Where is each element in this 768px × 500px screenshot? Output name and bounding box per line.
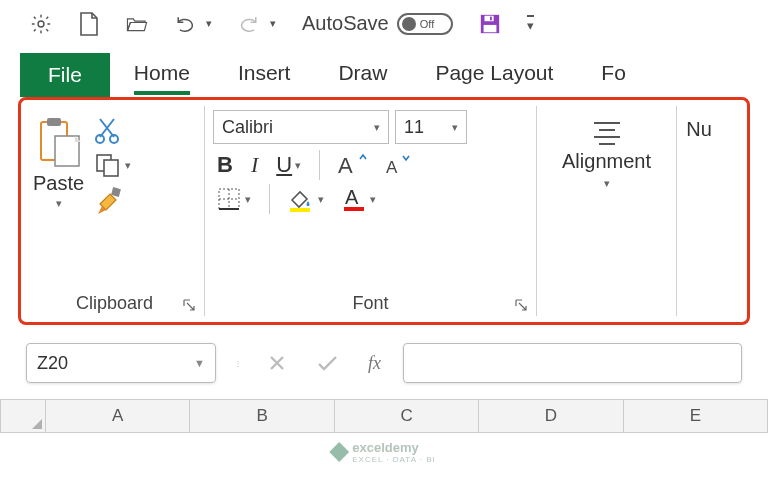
- chevron-down-icon: ▾: [374, 121, 380, 134]
- col-header[interactable]: E: [624, 399, 768, 433]
- underline-button[interactable]: U▾: [276, 152, 301, 178]
- col-header[interactable]: D: [479, 399, 623, 433]
- separator: [269, 184, 270, 214]
- tab-home[interactable]: Home: [110, 51, 214, 97]
- align-center-icon: [590, 118, 624, 146]
- tab-formulas[interactable]: Fo: [577, 51, 650, 97]
- qat-customize-icon[interactable]: ▾: [527, 15, 534, 33]
- grow-font-button[interactable]: A: [338, 153, 368, 177]
- borders-button[interactable]: ▾: [217, 187, 251, 211]
- insert-function-button[interactable]: fx: [360, 353, 389, 374]
- chevron-down-icon: ▾: [295, 159, 301, 172]
- number-label: Nu: [686, 118, 712, 141]
- tab-page-layout[interactable]: Page Layout: [411, 51, 577, 97]
- drag-handle-icon[interactable]: ⋮: [230, 359, 246, 368]
- autosave-label: AutoSave: [302, 12, 389, 35]
- cancel-formula-button[interactable]: [260, 354, 294, 372]
- autosave-control[interactable]: AutoSave Off: [302, 12, 453, 35]
- bold-button[interactable]: B: [217, 152, 233, 178]
- svg-rect-19: [290, 208, 310, 212]
- group-number: Nu: [677, 106, 721, 316]
- font-group-label: Font: [352, 293, 388, 314]
- redo-dropdown-icon[interactable]: ▾: [270, 17, 276, 30]
- undo-dropdown-icon[interactable]: ▾: [206, 17, 212, 30]
- col-header[interactable]: C: [335, 399, 479, 433]
- formula-input[interactable]: [403, 343, 742, 383]
- undo-icon[interactable]: [174, 13, 196, 35]
- alignment-dropdown-icon[interactable]: ▾: [604, 177, 610, 190]
- clipboard-group-label: Clipboard: [76, 293, 153, 314]
- chevron-down-icon: ▾: [370, 193, 376, 206]
- svg-rect-21: [344, 207, 364, 211]
- svg-rect-11: [104, 160, 118, 176]
- svg-rect-2: [484, 15, 493, 21]
- autosave-state: Off: [420, 18, 434, 30]
- grow-font-icon: A: [338, 153, 368, 177]
- chevron-down-icon: ▾: [452, 121, 458, 134]
- watermark-logo-icon: [329, 442, 349, 462]
- quick-access-toolbar: ▾ ▾ AutoSave Off ▾: [0, 0, 768, 45]
- font-color-button[interactable]: A ▾: [342, 186, 376, 212]
- alignment-button[interactable]: Alignment ▾: [545, 110, 668, 190]
- font-launcher-icon[interactable]: [514, 298, 528, 312]
- enter-formula-button[interactable]: [308, 354, 346, 372]
- paste-label: Paste: [33, 172, 84, 195]
- font-color-icon: A: [342, 186, 366, 212]
- save-icon[interactable]: [479, 13, 501, 35]
- font-name-value: Calibri: [222, 117, 273, 138]
- name-box[interactable]: Z20 ▼: [26, 343, 216, 383]
- cut-icon: [94, 116, 120, 144]
- italic-button[interactable]: I: [251, 152, 258, 178]
- clipboard-launcher-icon[interactable]: [182, 298, 196, 312]
- svg-rect-4: [490, 16, 492, 20]
- copy-dropdown-icon[interactable]: ▾: [125, 159, 131, 172]
- fill-color-icon: [288, 186, 314, 212]
- svg-rect-3: [483, 24, 496, 31]
- format-painter-icon: [94, 186, 124, 218]
- shrink-font-icon: A: [386, 153, 412, 177]
- tab-insert[interactable]: Insert: [214, 51, 315, 97]
- chevron-down-icon: ▾: [318, 193, 324, 206]
- svg-rect-12: [111, 187, 121, 197]
- watermark-brand: exceldemy: [352, 440, 436, 455]
- copy-icon: [94, 152, 122, 178]
- ribbon-home: Paste ▾ ▾ Clipboard: [18, 97, 750, 325]
- fill-color-button[interactable]: ▾: [288, 186, 324, 212]
- chevron-down-icon[interactable]: ▼: [194, 357, 205, 369]
- font-size-value: 11: [404, 117, 424, 138]
- svg-text:A: A: [345, 186, 359, 208]
- watermark: exceldemy EXCEL · DATA · BI: [332, 440, 436, 464]
- tab-draw[interactable]: Draw: [314, 51, 411, 97]
- group-clipboard: Paste ▾ ▾ Clipboard: [25, 106, 205, 316]
- formula-bar: Z20 ▼ ⋮ fx: [0, 325, 768, 393]
- svg-point-0: [38, 21, 44, 27]
- format-painter-button[interactable]: [94, 186, 131, 218]
- paste-icon: [35, 114, 83, 170]
- borders-icon: [217, 187, 241, 211]
- separator: [319, 150, 320, 180]
- redo-icon[interactable]: [238, 13, 260, 35]
- paste-button[interactable]: Paste ▾: [33, 110, 84, 210]
- options-gear-icon[interactable]: [30, 13, 52, 35]
- cut-button[interactable]: [94, 116, 131, 144]
- watermark-sub: EXCEL · DATA · BI: [352, 455, 436, 464]
- font-name-combo[interactable]: Calibri ▾: [213, 110, 389, 144]
- copy-button[interactable]: ▾: [94, 152, 131, 178]
- col-header[interactable]: B: [190, 399, 334, 433]
- select-all-corner[interactable]: [0, 399, 46, 433]
- col-header[interactable]: A: [46, 399, 190, 433]
- paste-dropdown-icon[interactable]: ▾: [56, 197, 62, 210]
- new-file-icon[interactable]: [78, 13, 100, 35]
- shrink-font-button[interactable]: A: [386, 153, 412, 177]
- alignment-label: Alignment: [562, 150, 651, 173]
- autosave-toggle[interactable]: Off: [397, 13, 453, 35]
- open-folder-icon[interactable]: [126, 13, 148, 35]
- column-headers: A B C D E: [0, 399, 768, 433]
- group-font: Calibri ▾ 11 ▾ B I U▾ A A ▾: [205, 106, 537, 316]
- svg-rect-6: [47, 118, 61, 126]
- ribbon-tabs: File Home Insert Draw Page Layout Fo: [0, 45, 768, 97]
- svg-text:A: A: [386, 158, 398, 177]
- tab-file[interactable]: File: [20, 53, 110, 97]
- font-size-combo[interactable]: 11 ▾: [395, 110, 467, 144]
- toggle-knob-icon: [402, 17, 416, 31]
